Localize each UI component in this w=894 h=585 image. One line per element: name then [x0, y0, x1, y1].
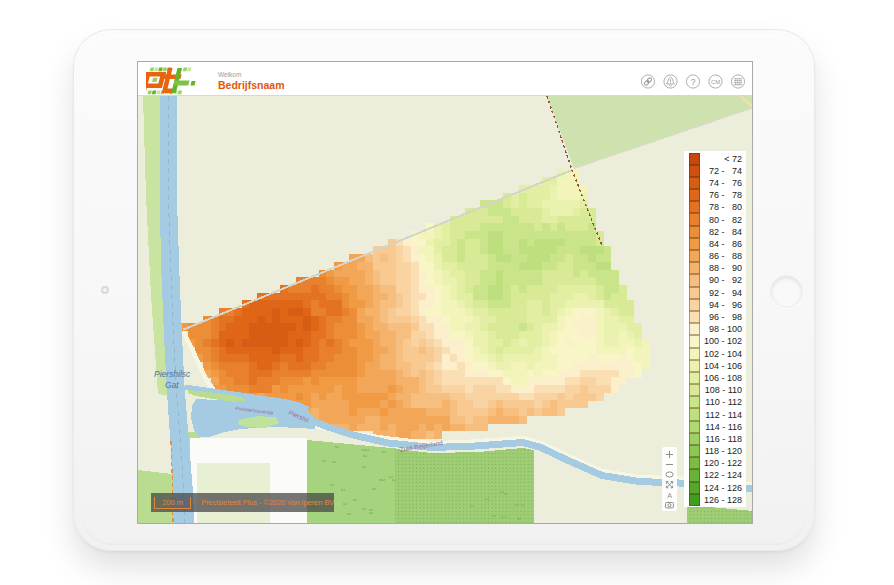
svg-text:?: ? — [690, 77, 695, 87]
svg-text:CM: CM — [711, 79, 720, 85]
svg-text:A: A — [667, 492, 672, 499]
svg-text:Gat: Gat — [165, 380, 179, 390]
svg-text:Piershilsc: Piershilsc — [154, 369, 191, 379]
